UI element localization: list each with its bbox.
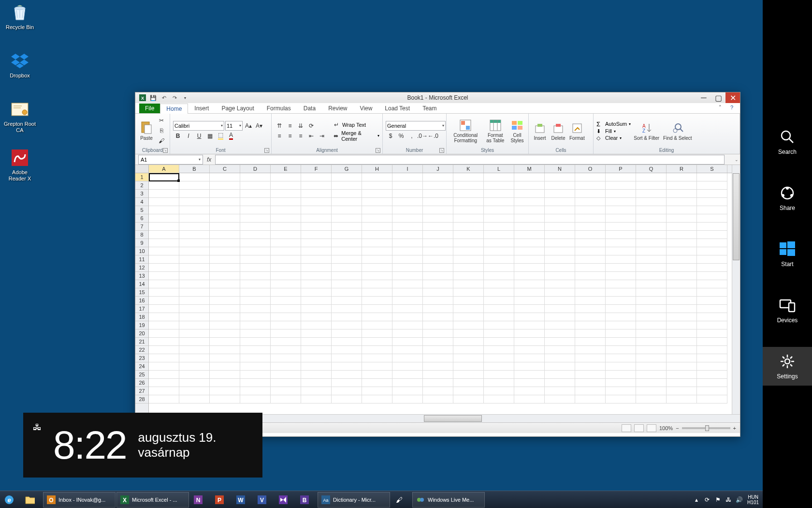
column-headers[interactable]: ABCDEFGHIJKLMNOPQRS (149, 165, 732, 173)
decrease-decimal-icon[interactable]: ←.0 (428, 131, 438, 141)
paste-button[interactable]: Paste (138, 120, 155, 142)
zoom-in-icon[interactable]: + (733, 425, 736, 431)
row-header[interactable]: 5 (135, 206, 148, 214)
format-cells-button[interactable]: Format (568, 120, 586, 142)
row-header[interactable]: 16 (135, 297, 148, 305)
ribbon-minimize-icon[interactable]: ˄ (715, 105, 725, 113)
insert-cells-button[interactable]: Insert (532, 120, 548, 142)
row-header[interactable]: 13 (135, 272, 148, 280)
taskbar-onenote[interactable]: N (190, 492, 210, 508)
formula-input[interactable] (215, 155, 725, 164)
zoom-percent[interactable]: 100% (659, 425, 673, 431)
row-header[interactable]: 7 (135, 223, 148, 231)
taskbar-powerpoint[interactable]: P (211, 492, 232, 508)
column-header[interactable]: Q (636, 165, 667, 173)
row-header[interactable]: 8 (135, 231, 148, 239)
redo-icon[interactable]: ↷ (170, 93, 179, 102)
row-header[interactable]: 21 (135, 338, 148, 346)
align-right-icon[interactable]: ≡ (296, 131, 305, 141)
row-header[interactable]: 24 (135, 362, 148, 371)
find-select-button[interactable]: Find & Select (662, 120, 693, 142)
view-page-break-icon[interactable] (647, 424, 656, 432)
font-name-combo[interactable]: Calibri▾ (173, 121, 224, 131)
decrease-indent-icon[interactable]: ⇤ (306, 131, 316, 141)
taskbar-word[interactable]: W (232, 492, 253, 508)
column-header[interactable]: D (240, 165, 271, 173)
underline-button[interactable]: U (194, 131, 204, 141)
column-header[interactable]: F (301, 165, 332, 173)
row-header[interactable]: 27 (135, 387, 148, 395)
row-header[interactable]: 14 (135, 280, 148, 288)
align-center-icon[interactable]: ≡ (285, 131, 295, 141)
column-header[interactable]: A (149, 165, 179, 173)
conditional-formatting-button[interactable]: Conditional Formatting (450, 117, 482, 144)
grow-font-icon[interactable]: A▴ (244, 121, 253, 131)
delete-cells-button[interactable]: Delete (550, 120, 566, 142)
number-format-combo[interactable]: General▾ (386, 121, 446, 131)
charm-share[interactable]: Share (763, 179, 812, 217)
help-icon[interactable]: ? (726, 105, 737, 113)
column-header[interactable]: J (423, 165, 453, 173)
column-header[interactable]: L (484, 165, 514, 173)
tab-formulas[interactable]: Formulas (261, 103, 297, 113)
name-box[interactable]: A1▾ (138, 155, 203, 164)
row-header[interactable]: 11 (135, 255, 148, 264)
qat-customize-icon[interactable]: ▾ (181, 93, 189, 102)
column-header[interactable]: O (575, 165, 606, 173)
row-header[interactable]: 20 (135, 329, 148, 338)
cut-icon[interactable]: ✂ (157, 116, 166, 125)
taskbar[interactable]: e OInbox - INovak@g... XMicrosoft Excel … (0, 491, 763, 508)
save-icon[interactable]: 💾 (149, 93, 158, 102)
taskbar-visio[interactable]: V (254, 492, 274, 508)
row-header[interactable]: 23 (135, 354, 148, 362)
column-header[interactable]: B (179, 165, 210, 173)
font-color-icon[interactable]: A (226, 131, 236, 141)
row-header[interactable]: 9 (135, 239, 148, 247)
desktop-icon-dropbox[interactable]: Dropbox (3, 51, 37, 79)
tray-volume-icon[interactable]: 🔊 (735, 496, 743, 503)
sort-filter-button[interactable]: AZSort & Filter (633, 120, 660, 142)
row-header[interactable]: 19 (135, 321, 148, 329)
close-button[interactable]: ✕ (725, 92, 740, 103)
minimize-button[interactable]: ─ (696, 92, 711, 103)
row-header[interactable]: 4 (135, 198, 148, 206)
taskbar-explorer[interactable] (22, 492, 42, 508)
merge-center-button[interactable]: ⬌Merge & Center▾ (332, 130, 379, 142)
tab-home[interactable]: Home (160, 104, 188, 114)
formula-expand-icon[interactable]: ⌄ (733, 157, 740, 162)
select-all-corner[interactable] (135, 165, 149, 173)
dialog-launcher-icon[interactable]: ↘ (264, 148, 269, 153)
view-normal-icon[interactable] (622, 424, 631, 432)
zoom-slider[interactable] (682, 427, 730, 429)
row-header[interactable]: 12 (135, 264, 148, 272)
tab-page-layout[interactable]: Page Layout (215, 103, 260, 113)
column-header[interactable]: H (362, 165, 392, 173)
tab-view[interactable]: View (354, 103, 379, 113)
dialog-launcher-icon[interactable]: ↘ (439, 148, 444, 153)
tab-load-test[interactable]: Load Test (378, 103, 416, 113)
taskbar-visualstudio[interactable] (275, 492, 295, 508)
increase-indent-icon[interactable]: ⇥ (317, 131, 327, 141)
dialog-launcher-icon[interactable]: ↘ (163, 148, 168, 153)
charm-devices[interactable]: Devices (763, 291, 812, 329)
taskbar-blend[interactable]: B (296, 492, 317, 508)
excel-icon[interactable]: X (138, 93, 147, 102)
charm-search[interactable]: Search (763, 122, 812, 161)
maximize-button[interactable]: ▢ (711, 92, 725, 103)
tray-flag-icon[interactable]: ⚑ (713, 496, 722, 503)
vertical-scrollbar[interactable] (732, 165, 740, 414)
fill-color-icon[interactable]: ⬚ (216, 131, 225, 141)
taskbar-excel[interactable]: XMicrosoft Excel - ... (116, 492, 189, 508)
cell-styles-button[interactable]: Cell Styles (509, 117, 525, 144)
column-header[interactable]: N (545, 165, 575, 173)
row-headers[interactable]: 1234567891011121314151617181920212223242… (135, 173, 149, 414)
row-header[interactable]: 2 (135, 181, 148, 190)
charm-settings[interactable]: Settings (763, 347, 812, 386)
zoom-out-icon[interactable]: − (676, 425, 679, 431)
tab-insert[interactable]: Insert (188, 103, 215, 113)
row-header[interactable]: 17 (135, 305, 148, 313)
tab-team[interactable]: Team (416, 103, 443, 113)
accounting-format-icon[interactable]: $ (386, 131, 395, 141)
row-header[interactable]: 28 (135, 395, 148, 403)
row-header[interactable]: 3 (135, 190, 148, 198)
